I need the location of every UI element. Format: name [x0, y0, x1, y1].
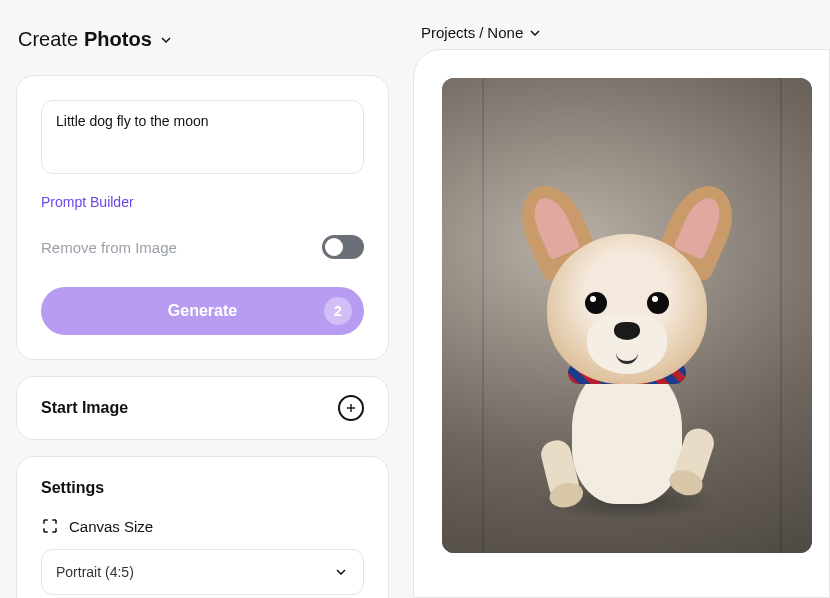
- prompt-card: Prompt Builder Remove from Image Generat…: [16, 75, 389, 360]
- create-label: Create: [18, 28, 78, 51]
- prompt-builder-link[interactable]: Prompt Builder: [41, 194, 134, 210]
- canvas-size-icon: [41, 517, 59, 535]
- remove-from-image-toggle[interactable]: [322, 235, 364, 259]
- remove-from-image-label: Remove from Image: [41, 239, 177, 256]
- start-image-title: Start Image: [41, 399, 128, 417]
- add-start-image-button[interactable]: [338, 395, 364, 421]
- output-canvas: [413, 49, 830, 598]
- generate-button-label: Generate: [168, 302, 237, 320]
- dog-illustration: [517, 194, 737, 494]
- chevron-down-icon: [527, 25, 543, 41]
- chevron-down-icon: [333, 564, 349, 580]
- plus-icon: [344, 401, 358, 415]
- prompt-input[interactable]: [41, 100, 364, 174]
- mode-label: Photos: [84, 28, 152, 51]
- settings-card: Settings Canvas Size Portrait (4:5): [16, 456, 389, 598]
- canvas-size-label: Canvas Size: [69, 518, 153, 535]
- breadcrumb-root: Projects: [421, 24, 475, 41]
- settings-title: Settings: [41, 479, 364, 497]
- breadcrumb-separator: /: [479, 24, 483, 41]
- canvas-size-value: Portrait (4:5): [56, 564, 134, 580]
- breadcrumb[interactable]: Projects / None: [413, 12, 830, 49]
- chevron-down-icon: [158, 32, 174, 48]
- breadcrumb-current: None: [487, 24, 523, 41]
- generate-button[interactable]: Generate 2: [41, 287, 364, 335]
- generate-count-badge: 2: [324, 297, 352, 325]
- mode-selector[interactable]: Create Photos: [16, 16, 389, 59]
- generated-image[interactable]: [442, 78, 812, 553]
- canvas-size-select[interactable]: Portrait (4:5): [41, 549, 364, 595]
- start-image-card: Start Image: [16, 376, 389, 440]
